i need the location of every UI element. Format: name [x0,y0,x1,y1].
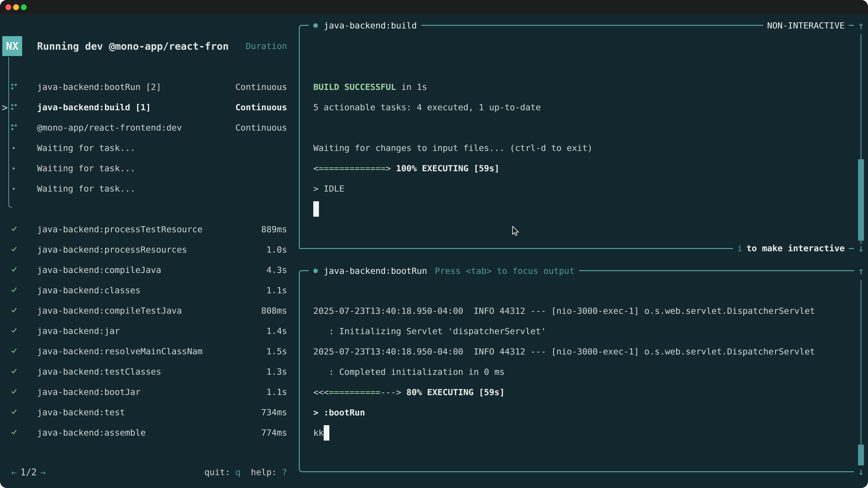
task-duration: 1.5s [266,346,287,356]
task-row[interactable]: java-backend:compileTestJava808ms [0,300,294,321]
terminal-line: 2025-07-23T13:40:18.950-04:00 INFO 44312… [313,301,839,321]
terminal-text: > IDLE [313,184,344,194]
task-row[interactable]: java-backend:processTestResource889ms [0,219,294,239]
task-name: Waiting for task... [37,143,135,153]
zoom-window-button[interactable] [21,4,27,10]
task-row[interactable]: @mono-app/react-frontend:devContinuous [0,118,294,138]
task-row[interactable]: java-backend:bootJar1.1s [0,382,294,402]
check-icon [11,409,17,414]
task-sidebar: NX Running dev @mono-app/react-fron Dura… [0,14,294,488]
task-duration: 4.3s [266,265,287,275]
terminal-line: BUILD SUCCESSFUL in 1s [313,77,839,97]
task-duration: 774ms [261,428,287,437]
output-pane-bootrun[interactable]: java-backend:bootRun Press <tab> to focu… [299,270,868,472]
task-row[interactable]: Waiting for task... [0,138,294,158]
task-status: Continuous [235,102,287,112]
check-icon [11,429,17,434]
pane-bootrun-title: java-backend:bootRun [324,266,427,276]
output-pane-build[interactable]: java-backend:build NON-INTERACTIVE ↑ i t… [299,25,868,249]
terminal-line: 2025-07-23T13:40:18.950-04:00 INFO 44312… [313,341,839,362]
sidebar-title: Running dev @mono-app/react-fron [37,36,229,56]
check-icon [11,266,17,272]
page-next-icon[interactable]: → [40,467,46,477]
pane-build-output: BUILD SUCCESSFUL in 1s5 actionable tasks… [313,77,839,219]
task-row[interactable]: >java-backend:build [1]Continuous [0,97,294,118]
help-key: ? [282,467,287,477]
terminal-text: <<< [313,387,329,397]
task-row[interactable]: Waiting for task... [0,178,294,199]
pane-bootrun-header: java-backend:bootRun Press <tab> to focu… [309,265,579,277]
terminal-text: kk [313,428,324,438]
task-row[interactable]: java-backend:test734ms [0,402,294,422]
sidebar-header: NX Running dev @mono-app/react-fron Dura… [0,36,294,56]
task-duration: 1.1s [266,387,287,397]
task-status: Continuous [235,82,287,92]
running-task-list: java-backend:bootRun [2]Continuous>java-… [0,77,294,199]
task-row[interactable]: java-backend:jar1.4s [0,321,294,341]
task-name: Waiting for task... [37,163,135,173]
pane-bootrun-output: 2025-07-23T13:40:18.950-04:00 INFO 44312… [313,301,839,443]
check-icon [11,388,17,394]
spinner-icon [11,104,17,110]
terminal-text [391,163,396,173]
terminal-line: > :bootRun [313,402,839,423]
scroll-up-icon[interactable]: ↑ [854,20,868,32]
hint-spacer [241,467,251,477]
waiting-dot-icon [13,147,15,149]
terminal-text: 80% EXECUTING [59s] [406,387,505,397]
task-name: java-backend:testClasses [37,367,161,377]
task-duration: 889ms [261,224,287,234]
page-prev-icon[interactable]: ← [11,467,17,477]
terminal-text: in 1s [396,82,427,92]
terminal-line: kk [313,423,839,443]
task-row[interactable]: java-backend:testClasses1.3s [0,361,294,382]
task-name: java-backend:resolveMainClassNam [37,346,203,356]
task-row[interactable]: java-backend:compileJava4.3s [0,260,294,280]
minimize-window-button[interactable] [13,4,19,10]
task-row[interactable]: java-backend:assemble774ms [0,422,294,443]
waiting-dot-icon [13,167,15,169]
task-duration: 1.0s [266,245,287,255]
duration-column-header: Duration [246,36,287,56]
task-status-dot-icon [313,269,318,273]
terminal-line: 5 actionable tasks: 4 executed, 1 up-to-… [313,97,839,118]
pane-build-header: java-backend:build [309,20,421,31]
terminal-text: ---> [380,387,401,397]
task-row[interactable]: java-backend:bootRun [2]Continuous [0,77,294,97]
terminal-line: <<<==========---> 80% EXECUTING [59s] [313,382,839,402]
close-window-button[interactable] [5,4,11,10]
spinner-icon [11,84,17,90]
task-name: java-backend:processResources [37,245,187,255]
task-duration: 1.3s [266,367,287,377]
keyboard-hints: quit: q help: ? [204,462,287,482]
task-row[interactable]: java-backend:resolveMainClassNam1.5s [0,341,294,361]
task-name: java-backend:jar [37,326,120,336]
titlebar [0,0,868,14]
page-indicator: ← 1/2 → [11,462,46,482]
quit-hint-label: quit: [204,467,235,477]
scroll-down-icon[interactable]: ↓ [854,465,868,478]
scrollbar-thumb[interactable] [858,159,864,240]
terminal-line: : Completed initialization in 0 ms [313,362,839,382]
task-row[interactable]: Waiting for task... [0,158,294,178]
scrollbar-thumb[interactable] [858,445,864,465]
task-row[interactable]: java-backend:processResources1.0s [0,239,294,260]
terminal-window: NX Running dev @mono-app/react-fron Dura… [0,0,868,488]
task-duration: 808ms [261,306,287,316]
waiting-dot-icon [13,188,15,190]
page-number: 1/2 [20,467,37,477]
task-row[interactable]: java-backend:classes1.1s [0,280,294,300]
terminal-text: < [313,163,318,173]
check-icon [11,368,17,373]
terminal-text: Waiting for changes to input files... (c… [313,143,592,153]
task-name: java-backend:bootJar [37,387,141,397]
task-duration: 1.1s [266,285,287,295]
scroll-up-icon[interactable]: ↑ [854,265,868,278]
help-hint-label: help: [251,467,282,477]
task-name: java-backend:assemble [37,428,146,437]
terminal-line: : Initializing Servlet 'dispatcherServle… [313,321,839,341]
text-cursor [324,425,329,441]
task-name: java-backend:classes [37,285,141,295]
selected-task-arrow-icon: > [2,102,8,113]
scrollbar-track[interactable] [860,280,862,465]
